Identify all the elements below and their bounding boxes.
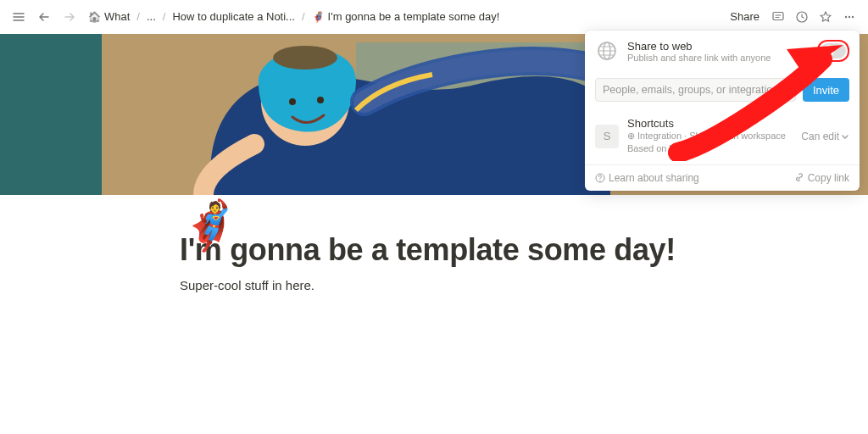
topbar-right: Share xyxy=(725,7,860,27)
more-icon[interactable] xyxy=(839,7,860,27)
hero-icon: 🦸 xyxy=(312,11,325,23)
share-to-web-subtitle: Publish and share link with anyone xyxy=(627,53,809,63)
share-button[interactable]: Share xyxy=(725,7,765,26)
breadcrumb-label: How to duplicate a Noti... xyxy=(172,10,295,23)
breadcrumb-item[interactable]: 🦸 I'm gonna be a template some day! xyxy=(309,8,504,25)
copy-link-button[interactable]: Copy link xyxy=(794,172,849,184)
star-icon[interactable] xyxy=(815,7,836,27)
share-to-web-row: Share to web Publish and share link with… xyxy=(585,31,860,71)
comments-icon[interactable] xyxy=(768,7,788,27)
help-icon xyxy=(595,173,605,183)
globe-icon xyxy=(595,39,619,63)
share-popover: Share to web Publish and share link with… xyxy=(585,31,860,191)
svg-rect-6 xyxy=(0,34,102,195)
topbar: 🏠 What / ... / How to duplicate a Noti..… xyxy=(0,0,868,34)
shortcut-badge: S xyxy=(595,125,619,148)
hamburger-menu-icon[interactable] xyxy=(8,7,29,27)
shortcut-subtitle: ⊕ Integration · Shared with workspace Ba… xyxy=(627,130,793,156)
home-icon: 🏠 xyxy=(88,11,101,23)
clock-icon[interactable] xyxy=(792,7,812,27)
svg-point-3 xyxy=(849,15,850,17)
invite-input[interactable] xyxy=(595,78,796,102)
svg-point-13 xyxy=(317,97,324,103)
page-title[interactable]: I'm gonna be a template some day! xyxy=(180,232,688,268)
breadcrumb-separator: / xyxy=(136,10,140,23)
breadcrumb-label: ... xyxy=(147,10,156,23)
breadcrumb-item[interactable]: 🏠 What xyxy=(85,8,133,25)
svg-point-12 xyxy=(289,98,296,105)
back-icon[interactable] xyxy=(34,7,54,27)
page-body-text[interactable]: Super-cool stuff in here. xyxy=(180,278,688,292)
page-content: 🦸 I'm gonna be a template some day! Supe… xyxy=(129,232,739,292)
link-icon xyxy=(794,173,804,183)
breadcrumb-label: What xyxy=(104,10,130,23)
invite-button[interactable]: Invite xyxy=(803,78,849,102)
popover-footer: Learn about sharing Copy link xyxy=(585,164,860,191)
breadcrumb: 🏠 What / ... / How to duplicate a Noti..… xyxy=(85,8,720,25)
hero-emoji-icon: 🦸 xyxy=(181,202,240,249)
svg-point-11 xyxy=(273,46,337,70)
breadcrumb-item[interactable]: How to duplicate a Noti... xyxy=(169,8,298,25)
page-icon[interactable]: 🦸 xyxy=(180,195,241,256)
svg-rect-0 xyxy=(773,12,783,19)
share-to-web-title: Share to web xyxy=(627,40,809,53)
forward-icon[interactable] xyxy=(59,7,80,27)
breadcrumb-separator: / xyxy=(302,10,305,23)
shortcut-based-on-link[interactable]: What xyxy=(670,143,692,153)
permission-dropdown[interactable]: Can edit xyxy=(801,131,849,142)
invite-row: Invite xyxy=(585,71,860,108)
breadcrumb-label: I'm gonna be a template some day! xyxy=(328,10,500,23)
chevron-down-icon xyxy=(841,132,849,141)
shortcut-title: Shortcuts xyxy=(627,117,793,130)
shortcut-row: S Shortcuts ⊕ Integration · Shared with … xyxy=(585,108,860,164)
learn-about-sharing-link[interactable]: Learn about sharing xyxy=(595,172,699,184)
svg-point-4 xyxy=(852,15,854,17)
breadcrumb-separator: / xyxy=(163,10,166,23)
breadcrumb-item[interactable]: ... xyxy=(143,8,159,25)
svg-point-2 xyxy=(845,15,847,17)
share-to-web-toggle[interactable] xyxy=(821,43,846,58)
annotation-highlight xyxy=(817,40,849,62)
